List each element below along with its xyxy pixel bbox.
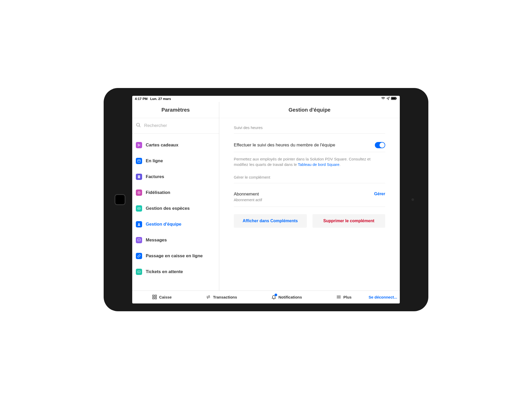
bottom-tab-plus[interactable]: Plus [336, 294, 352, 300]
home-button[interactable] [115, 194, 125, 205]
main-panel: Gestion d'équipe Suivi des heures Effect… [219, 102, 400, 290]
bottom-tab-transactions[interactable]: Transactions [206, 294, 237, 300]
grid-icon [152, 294, 157, 300]
camera [411, 198, 414, 201]
sidebar-item-en-ligne[interactable]: En ligne [132, 153, 219, 169]
svg-point-6 [138, 145, 139, 146]
svg-rect-7 [138, 160, 141, 162]
svg-rect-18 [152, 295, 154, 297]
sidebar-item-label: Cartes cadeaux [146, 143, 178, 148]
status-time: 4:17 PM [135, 97, 148, 101]
manage-link[interactable]: Gérer [374, 192, 385, 196]
sidebar-item-label: Gestion d'équipe [146, 222, 181, 227]
wifi-icon [381, 96, 385, 101]
svg-point-13 [139, 208, 139, 209]
toggle-row-time-tracking: Effectuer le suivi des heures du membre … [234, 138, 385, 152]
subscription-row: Abonnement Abonnement actif Gérer [234, 188, 385, 207]
status-bar: 4:17 PM Lun. 27 mars [132, 96, 400, 102]
logout-link[interactable]: Se déconnect... [369, 295, 397, 299]
svg-rect-19 [155, 295, 156, 297]
subscription-label: Abonnement [234, 192, 262, 197]
svg-point-11 [138, 192, 139, 193]
bottom-bar: Caisse Transactions Notifications Plus S… [132, 290, 400, 303]
bottom-tab-notifications[interactable]: Notifications [271, 294, 302, 300]
invoice-icon [136, 174, 142, 180]
search-icon [136, 123, 141, 129]
sidebar-item-messages[interactable]: Messages [132, 232, 219, 248]
sidebar-item-label: Fidélisation [146, 190, 170, 195]
bottom-tab-caisse[interactable]: Caisse [152, 294, 172, 300]
link-icon [136, 253, 142, 259]
sidebar-item-cartes-cadeaux[interactable]: Cartes cadeaux [132, 137, 219, 153]
svg-rect-2 [396, 98, 397, 99]
svg-rect-15 [138, 239, 141, 241]
bottom-tab-label: Notifications [278, 295, 302, 299]
bottom-tab-label: Caisse [159, 295, 172, 299]
bottom-tab-label: Plus [343, 295, 352, 299]
sidebar-item-gestion-d-quipe[interactable]: Gestion d'équipe [132, 217, 219, 232]
menu-icon [336, 294, 341, 300]
location-icon [386, 97, 390, 101]
battery-icon [391, 97, 397, 101]
target-icon [136, 190, 142, 196]
scissors-icon [136, 142, 142, 148]
cash-icon [136, 205, 142, 212]
sidebar-item-label: Factures [146, 174, 164, 179]
sidebar-item-passage-en-caisse-en-ligne[interactable]: Passage en caisse en ligne [132, 248, 219, 264]
sidebar-item-label: Gestion des espèces [146, 206, 190, 211]
show-in-addons-button[interactable]: Afficher dans Compléments [234, 214, 307, 228]
sidebar-item-factures[interactable]: Factures [132, 169, 219, 185]
person-icon [136, 221, 142, 227]
svg-line-4 [139, 126, 141, 127]
svg-rect-1 [391, 97, 396, 99]
ticket-icon [136, 269, 142, 275]
svg-point-14 [138, 223, 140, 224]
sidebar-title: Paramètres [132, 102, 219, 118]
svg-point-3 [137, 123, 140, 126]
section-manage-addon: Gérer le complément [234, 175, 385, 183]
sidebar-item-label: En ligne [146, 158, 163, 164]
chat-icon [136, 237, 142, 243]
svg-rect-16 [138, 271, 140, 273]
swap-icon [206, 294, 211, 300]
sidebar: Paramètres Cartes cadeaux En ligne Factu… [132, 102, 219, 290]
bottom-tab-label: Transactions [213, 295, 237, 299]
subscription-status: Abonnement actif [234, 198, 262, 202]
sidebar-item-label: Messages [146, 238, 167, 243]
delete-addon-button[interactable]: Supprimer le complément [312, 214, 385, 228]
dashboard-link[interactable]: Tableau de bord Square [298, 162, 340, 167]
sidebar-item-gestion-des-esp-ces[interactable]: Gestion des espèces [132, 201, 219, 217]
sidebar-item-fid-lisation[interactable]: Fidélisation [132, 185, 219, 201]
sidebar-item-label: Passage en caisse en ligne [146, 253, 203, 259]
section-time-tracking: Suivi des heures [234, 125, 385, 134]
toggle-label: Effectuer le suivi des heures du membre … [234, 143, 335, 148]
sidebar-item-tickets-en-attente[interactable]: Tickets en attente [132, 264, 219, 280]
browser-icon [136, 158, 142, 164]
svg-rect-20 [152, 297, 154, 299]
search-input[interactable] [144, 123, 215, 128]
svg-point-5 [138, 144, 139, 145]
description-text: Permettez aux employés de pointer dans l… [234, 152, 385, 175]
toggle-time-tracking[interactable] [375, 142, 385, 148]
bell-icon [271, 294, 276, 300]
page-title: Gestion d'équipe [219, 102, 400, 118]
svg-rect-21 [155, 297, 156, 299]
sidebar-item-label: Tickets en attente [146, 269, 183, 274]
search-row[interactable] [132, 118, 219, 134]
status-date: Lun. 27 mars [150, 97, 171, 101]
notification-badge [274, 293, 277, 296]
